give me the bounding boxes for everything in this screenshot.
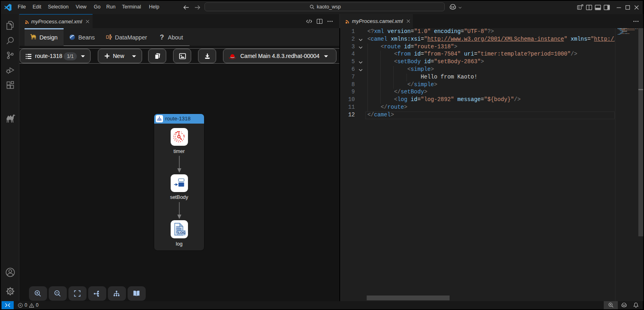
svg-text:LOG: LOG (178, 231, 186, 235)
